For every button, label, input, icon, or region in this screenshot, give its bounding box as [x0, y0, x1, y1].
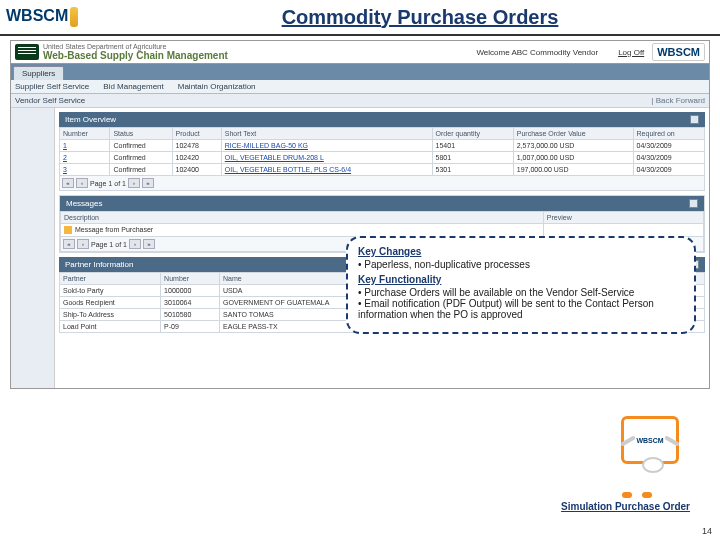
callout-heading: Key Changes [358, 246, 684, 257]
subtab-self-service[interactable]: Supplier Self Service [15, 82, 89, 91]
subtab-maintain-org[interactable]: Maintain Organization [178, 82, 256, 91]
tab-suppliers[interactable]: Suppliers [13, 66, 64, 80]
item-overview-table: NumberStatusProduct Short TextOrder quan… [59, 127, 705, 176]
warning-icon [64, 226, 72, 234]
simulation-link[interactable]: Simulation Purchase Order [561, 501, 690, 512]
collapse-icon[interactable] [689, 199, 698, 208]
item-overview-header: Item Overview [59, 112, 705, 127]
table-row[interactable]: 1Confirmed102478RICE-MILLED BAG-50 KG154… [60, 140, 705, 152]
callout-bullet: Paperless, non-duplicative processes [358, 259, 684, 270]
page-number: 14 [702, 526, 712, 536]
mascot-icon: WBSCM [608, 416, 692, 492]
pager-first-icon[interactable]: « [63, 239, 75, 249]
callout-heading: Key Functionality [358, 274, 684, 285]
pager-next-icon[interactable]: › [128, 178, 140, 188]
messages-header: Messages [60, 196, 704, 211]
pager-prev-icon[interactable]: ‹ [76, 178, 88, 188]
pager-last-icon[interactable]: » [143, 239, 155, 249]
callout-bullet: Purchase Orders will be available on the… [358, 287, 684, 298]
pager-first-icon[interactable]: « [62, 178, 74, 188]
table-row[interactable]: 3Confirmed102400OIL, VEGETABLE BOTTLE, P… [60, 164, 705, 176]
usda-logo-icon [15, 44, 39, 60]
app-window: United States Department of Agriculture … [10, 40, 710, 389]
table-row[interactable]: Message from Purchaser [61, 224, 704, 237]
table-row[interactable]: 2Confirmed102420OIL, VEGETABLE DRUM-208 … [60, 152, 705, 164]
pager-next-icon[interactable]: › [129, 239, 141, 249]
welcome-text: Welcome ABC Commodity Vendor [476, 48, 598, 57]
subtab-bid-management[interactable]: Bid Management [103, 82, 163, 91]
logoff-link[interactable]: Log Off [618, 48, 644, 57]
primary-tabs: Suppliers [11, 64, 709, 80]
left-gutter [11, 108, 55, 388]
items-pager: « ‹ Page 1 of 1 › » [59, 176, 705, 191]
wbscm-logo: WBSCM [0, 0, 120, 35]
messages-table: DescriptionPreview Message from Purchase… [60, 211, 704, 237]
pager-prev-icon[interactable]: ‹ [77, 239, 89, 249]
callout-bullet: Email notification (PDF Output) will be … [358, 298, 684, 320]
key-changes-callout: Key Changes Paperless, non-duplicative p… [346, 236, 696, 334]
secondary-tabs: Supplier Self Service Bid Management Mai… [11, 80, 709, 94]
collapse-icon[interactable] [690, 115, 699, 124]
wbscm-small-logo: WBSCM [652, 43, 705, 61]
slide-title: Commodity Purchase Orders [120, 6, 720, 29]
section-title: Vendor Self Service [15, 96, 85, 105]
pager-last-icon[interactable]: » [142, 178, 154, 188]
app-title-block: United States Department of Agriculture … [43, 43, 228, 61]
nav-back-forward[interactable]: | Back Forward [651, 96, 705, 105]
